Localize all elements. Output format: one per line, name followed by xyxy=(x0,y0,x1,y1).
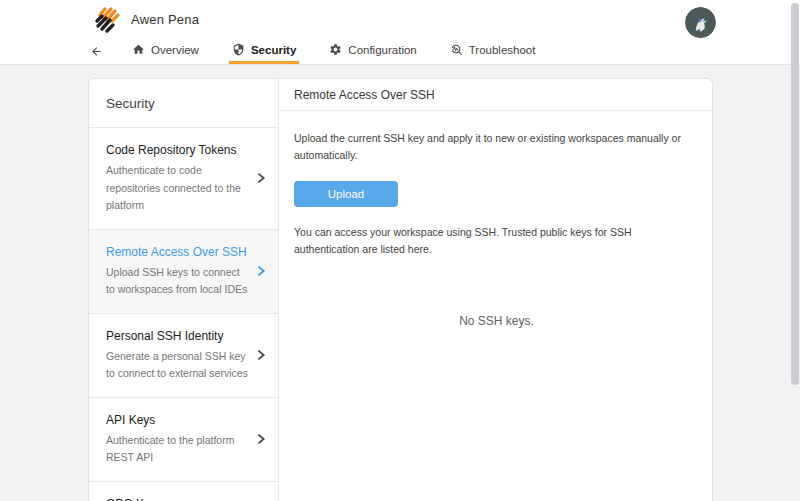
sidebar-item-api-keys[interactable]: API Keys Authenticate to the platform RE… xyxy=(89,398,278,482)
upload-hint-text: Upload the current SSH key and apply it … xyxy=(294,130,699,164)
avatar-image xyxy=(685,7,716,38)
sidebar-item-remote-access-over-ssh[interactable]: Remote Access Over SSH Upload SSH keys t… xyxy=(89,230,278,314)
user-avatar[interactable] xyxy=(685,7,716,38)
item-title: Code Repository Tokens xyxy=(106,143,248,157)
gear-icon xyxy=(329,43,342,56)
chevron-right-icon xyxy=(254,264,268,278)
item-description: Authenticate to the platform REST API xyxy=(106,432,248,467)
upload-button[interactable]: Upload xyxy=(294,181,398,207)
arrow-left-icon xyxy=(90,45,103,58)
tab-security-label: Security xyxy=(251,44,296,56)
item-title: GPG Keys xyxy=(106,497,248,501)
remote-access-panel: Remote Access Over SSH Upload the curren… xyxy=(279,79,712,501)
chevron-right-icon xyxy=(254,348,268,362)
tab-overview[interactable]: Overview xyxy=(129,38,202,64)
panel-body: Upload the current SSH key and apply it … xyxy=(279,111,712,328)
item-title: Personal SSH Identity xyxy=(106,329,248,343)
shield-icon xyxy=(232,43,245,56)
nav-bar: Overview Security Configuration Troubles… xyxy=(0,38,800,65)
tab-troubleshoot[interactable]: Troubleshoot xyxy=(447,38,539,64)
item-title: API Keys xyxy=(106,413,248,427)
settings-card: Security Code Repository Tokens Authenti… xyxy=(88,78,713,501)
item-description: Generate a personal SSH key to connect t… xyxy=(106,348,248,383)
app-logo-icon xyxy=(94,5,121,34)
back-button[interactable] xyxy=(90,38,103,64)
troubleshoot-icon xyxy=(450,43,463,56)
sidebar-item-personal-ssh-identity[interactable]: Personal SSH Identity Generate a persona… xyxy=(89,314,278,398)
item-description: Authenticate to code repositories connec… xyxy=(106,162,248,215)
item-title: Remote Access Over SSH xyxy=(106,245,248,259)
page-content: Security Code Repository Tokens Authenti… xyxy=(0,65,800,501)
empty-state-text: No SSH keys. xyxy=(294,314,699,328)
top-bar: Awen Pena xyxy=(0,0,800,38)
ssh-access-hint-text: You can access your workspace using SSH.… xyxy=(294,224,699,258)
chevron-right-icon xyxy=(254,432,268,446)
tab-troubleshoot-label: Troubleshoot xyxy=(469,44,536,56)
item-description: Upload SSH keys to connect to workspaces… xyxy=(106,264,248,299)
chevron-right-icon xyxy=(254,171,268,185)
tab-overview-label: Overview xyxy=(151,44,199,56)
sidebar-item-code-repository-tokens[interactable]: Code Repository Tokens Authenticate to c… xyxy=(89,128,278,230)
tab-configuration-label: Configuration xyxy=(348,44,416,56)
home-icon xyxy=(132,43,145,56)
sidebar-title: Security xyxy=(89,79,278,128)
tab-security[interactable]: Security xyxy=(229,38,299,64)
tab-configuration[interactable]: Configuration xyxy=(326,38,419,64)
vertical-scrollbar-thumb[interactable] xyxy=(791,3,799,385)
panel-title: Remote Access Over SSH xyxy=(279,79,712,111)
app-title: Awen Pena xyxy=(131,12,199,27)
security-sidebar: Security Code Repository Tokens Authenti… xyxy=(89,79,279,501)
sidebar-item-gpg-keys[interactable]: GPG Keys xyxy=(89,482,278,501)
